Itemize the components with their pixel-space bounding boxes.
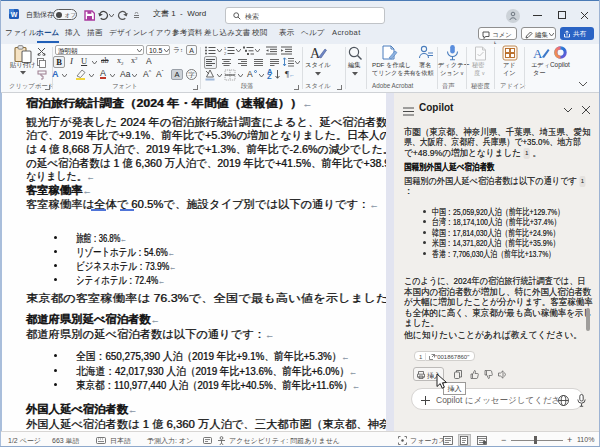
svg-text:W: W <box>11 11 18 18</box>
svg-text:2: 2 <box>224 51 227 55</box>
svg-text:1: 1 <box>224 46 227 51</box>
svg-text:A: A <box>310 46 321 60</box>
svg-text:A: A <box>533 46 543 61</box>
